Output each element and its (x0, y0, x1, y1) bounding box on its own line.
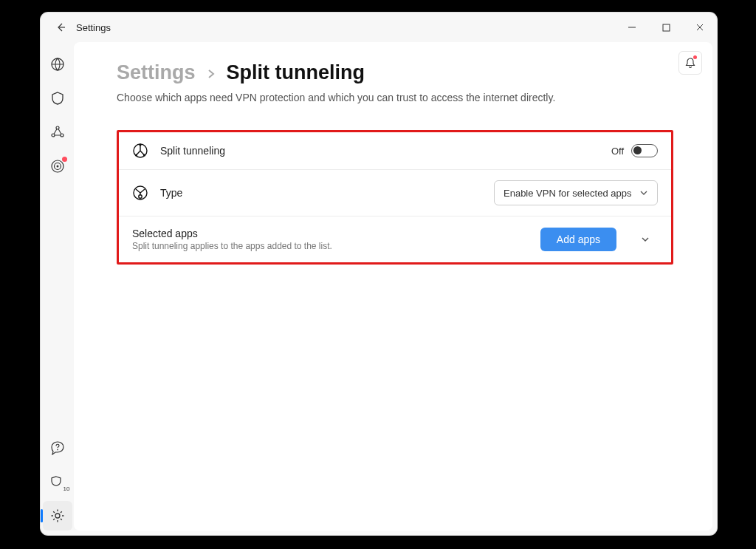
toggle-knob-icon (633, 146, 642, 154)
sidebar-item-help[interactable] (43, 433, 72, 463)
svg-point-13 (143, 154, 145, 156)
maximize-button[interactable] (649, 13, 683, 42)
notification-dot-icon (62, 157, 67, 162)
arrow-left-icon (55, 21, 66, 33)
sidebar-item-upgrade[interactable]: 10 (43, 467, 72, 497)
chevron-down-icon (640, 234, 650, 245)
close-button[interactable] (683, 13, 717, 42)
svg-point-15 (139, 195, 142, 198)
sidebar-item-browse[interactable] (43, 50, 72, 79)
svg-rect-0 (663, 24, 670, 31)
titlebar: Settings (41, 13, 717, 42)
row-label: Type (160, 187, 182, 199)
globe-icon (50, 57, 65, 72)
row-selected-apps: Selected apps Split tunneling applies to… (119, 216, 671, 262)
shield-icon (50, 91, 65, 106)
svg-point-9 (55, 514, 60, 518)
svg-point-8 (57, 449, 58, 451)
sidebar-item-settings[interactable] (43, 501, 72, 531)
sidebar-item-mesh[interactable] (43, 117, 72, 147)
chevron-down-icon (639, 188, 648, 197)
window-controls (615, 13, 717, 42)
settings-panel: Split tunneling Off Type (117, 130, 673, 265)
sidebar-item-shield[interactable] (43, 83, 72, 113)
row-type: Type Enable VPN for selected apps (119, 170, 671, 216)
sidebar: 10 (41, 42, 74, 535)
minimize-button[interactable] (615, 13, 649, 42)
shield-small-icon (50, 474, 65, 489)
page-title: Split tunneling (227, 61, 365, 84)
page-subtitle: Choose which apps need VPN protection an… (117, 92, 683, 103)
notification-dot-icon (693, 55, 697, 59)
toggle-state-text: Off (611, 146, 624, 157)
window-title: Settings (76, 22, 111, 33)
notifications-button[interactable] (678, 51, 702, 75)
svg-point-7 (56, 166, 58, 168)
toggle-group: Off (611, 144, 658, 157)
row-split-tunneling: Split tunneling Off (119, 132, 671, 170)
maximize-icon (662, 24, 670, 32)
back-button[interactable] (51, 18, 70, 37)
row-label: Split tunneling (160, 145, 225, 157)
sidebar-item-radar[interactable] (43, 151, 72, 181)
svg-point-12 (135, 154, 137, 156)
type-icon (132, 185, 148, 201)
svg-point-11 (139, 143, 141, 146)
main-content: Settings Split tunneling Choose which ap… (74, 42, 712, 531)
type-dropdown[interactable]: Enable VPN for selected apps (494, 180, 658, 205)
window-body: 10 Settings Split tunneling Choose which… (41, 42, 717, 535)
help-icon (50, 440, 65, 455)
breadcrumb: Settings Split tunneling (117, 61, 683, 84)
split-tunneling-icon (132, 143, 148, 159)
chevron-right-icon (206, 69, 216, 79)
row-text: Selected apps Split tunneling applies to… (132, 228, 332, 251)
minimize-icon (628, 23, 636, 32)
upgrade-badge: 10 (63, 485, 70, 492)
nodes-icon (50, 125, 65, 140)
expand-button[interactable] (633, 227, 658, 252)
breadcrumb-root[interactable]: Settings (117, 61, 196, 84)
dropdown-value: Enable VPN for selected apps (504, 188, 631, 199)
close-icon (695, 23, 704, 32)
add-apps-button[interactable]: Add apps (540, 228, 616, 251)
row-label: Selected apps (132, 228, 332, 239)
row-sublabel: Split tunneling applies to the apps adde… (132, 241, 332, 251)
split-tunneling-toggle[interactable] (631, 144, 658, 157)
gear-icon (50, 508, 65, 523)
app-window: Settings (41, 13, 717, 535)
